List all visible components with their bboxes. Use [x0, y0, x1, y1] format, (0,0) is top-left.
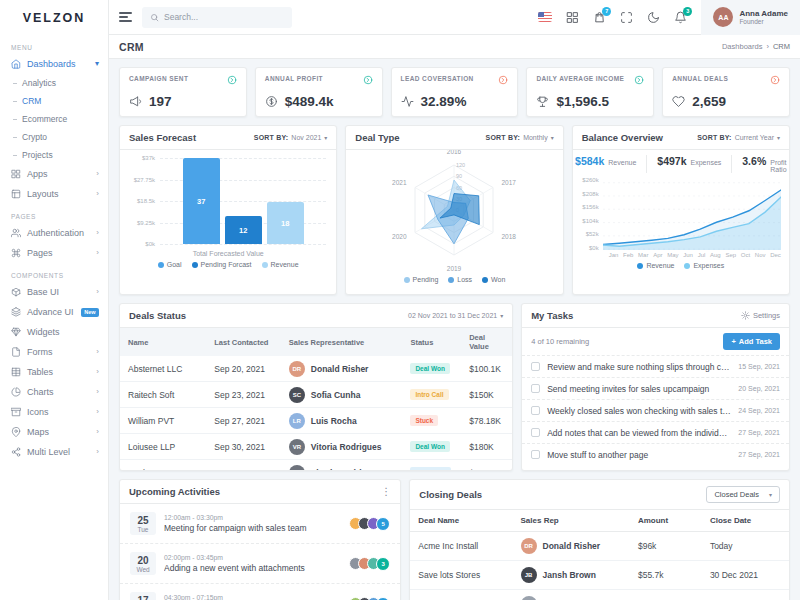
sidebar-item-maps[interactable]: Maps› — [0, 422, 108, 442]
sidebar-item-base-ui[interactable]: Base UI› — [0, 282, 108, 302]
sidebar-item-forms[interactable]: Forms› — [0, 342, 108, 362]
chevron-right-icon: › — [96, 190, 99, 198]
grid-icon — [11, 169, 21, 179]
task-item[interactable]: Move stuff to another page27 Sep, 2021 — [522, 443, 789, 465]
cart-icon[interactable]: 7 — [593, 11, 606, 24]
task-item[interactable]: Review and make sure nothing slips throu… — [522, 355, 789, 377]
add-task-button[interactable]: + Add Task — [723, 333, 780, 350]
search-box[interactable] — [142, 7, 292, 28]
tasks-list: Review and make sure nothing slips throu… — [522, 355, 789, 465]
sales-forecast-sort[interactable]: SORT BY: Nov 2021 ▾ — [254, 134, 328, 141]
column-header[interactable]: Deal Value — [461, 328, 512, 356]
column-header[interactable]: Name — [120, 328, 206, 356]
sidebar-subitem-crm[interactable]: CRM — [0, 92, 108, 110]
chevron-down-icon: ▾ — [324, 134, 327, 141]
column-header[interactable]: Close Date — [702, 510, 789, 532]
search-input[interactable] — [164, 12, 274, 22]
deal-type-sort[interactable]: SORT BY: Monthly ▾ — [486, 134, 554, 141]
y-axis-tick: $9.25k — [137, 220, 155, 226]
column-header[interactable]: Status — [402, 328, 461, 356]
kebab-menu-icon[interactable]: ⋮ — [381, 487, 391, 497]
x-axis-ticks: JanFebMarAprMayJunJulAugSepOctNovDec — [609, 252, 781, 258]
sidebar-item-apps[interactable]: Apps› — [0, 164, 108, 184]
fullscreen-icon[interactable] — [620, 11, 633, 24]
chevron-right-icon: › — [96, 348, 99, 356]
task-checkbox[interactable] — [531, 384, 540, 393]
table-row[interactable]: Save lots StoresJBJansh Brown$55.7k30 De… — [410, 561, 789, 590]
velzon-logo[interactable]: VELZON — [0, 0, 108, 35]
deals-date-range[interactable]: 02 Nov 2021 to 31 Dec 2021 ▾ — [408, 312, 503, 319]
column-header[interactable]: Last Contacted — [206, 328, 281, 356]
task-checkbox[interactable] — [531, 428, 540, 437]
sidebar-item-layouts[interactable]: Layouts› — [0, 184, 108, 204]
activity-item[interactable]: 25Tue12:00am - 03:30pmMeeting for campai… — [120, 504, 400, 544]
table-row[interactable]: William PVTAHAyaan Hudda$102k25 Nov 2021 — [410, 590, 789, 600]
date-tile: 20Wed — [130, 552, 156, 575]
breadcrumb-root[interactable]: Dashboards — [722, 42, 762, 51]
sidebar-subitem-crypto[interactable]: Crypto — [0, 128, 108, 146]
deal-name: Apple Inc. — [120, 460, 206, 472]
chevron-down-icon: ▾ — [777, 134, 780, 141]
column-header[interactable]: Deal Name — [410, 510, 512, 532]
more-count-badge: 4 — [376, 597, 390, 600]
dark-mode-icon[interactable] — [647, 11, 660, 24]
deal-name: Loiusee LLP — [120, 434, 206, 460]
balance-overview-sort[interactable]: SORT BY: Current Year ▾ — [697, 134, 780, 141]
task-checkbox[interactable] — [531, 450, 540, 459]
last-contacted: Sep 23, 2021 — [206, 382, 281, 408]
close-date: Today — [702, 532, 789, 561]
notifications-bell-icon[interactable]: 3 — [674, 11, 687, 24]
sidebar-item-icons[interactable]: Icons› — [0, 402, 108, 422]
activity-time: 04:30pm - 07:15pm — [164, 594, 341, 600]
bar-revenue[interactable]: 18 — [267, 202, 304, 244]
task-item[interactable]: Weekly closed sales won checking with sa… — [522, 399, 789, 421]
sidebar-subitem-analytics[interactable]: Analytics — [0, 74, 108, 92]
tasks-settings-button[interactable]: Settings — [741, 311, 780, 320]
table-row[interactable]: William PVTSep 27, 2021LRLuis RochaStuck… — [120, 408, 512, 434]
table-row[interactable]: Apple Inc.Sep 30, 2021VRVitoria Rodrigue… — [120, 460, 512, 472]
table-row[interactable]: Raitech SoftSep 23, 2021SCSofia CunhaInt… — [120, 382, 512, 408]
stat-card-daily-average-income: DAILY AVERAGE INCOME$1,596.5 — [526, 67, 654, 117]
sidebar-subitem-projects[interactable]: Projects — [0, 146, 108, 164]
sidebar-item-multi-level[interactable]: Multi Level› — [0, 442, 108, 462]
column-header[interactable]: Sales Representative — [281, 328, 403, 356]
task-item[interactable]: Send meeting invites for sales upcampaig… — [522, 377, 789, 399]
activity-item[interactable]: 17Wed04:30pm - 07:15pmCreate new project… — [120, 584, 400, 600]
sidebar-item-pages[interactable]: Pages› — [0, 243, 108, 263]
sidebar-item-advance-ui[interactable]: Advance UINew — [0, 302, 108, 322]
task-checkbox[interactable] — [531, 362, 540, 371]
user-profile[interactable]: AA Anna Adame Founder — [701, 0, 800, 35]
us-flag-icon[interactable] — [538, 12, 552, 22]
bar-goal[interactable]: 37 — [183, 158, 220, 244]
sales-rep: AHAyaan Hudda — [513, 590, 630, 600]
sidebar-item-authentication[interactable]: Authentication› — [0, 223, 108, 243]
y-axis-ticks: $260k$208k$156k$104k$52k$0k — [579, 177, 603, 251]
table-row[interactable]: Loiusee LLPSep 30, 2021VRVitoria Rodrigu… — [120, 434, 512, 460]
table-row[interactable]: Acme Inc InstallDRDonald Risher$96kToday — [410, 532, 789, 561]
menu-toggle-icon[interactable] — [119, 12, 132, 22]
apps-grid-icon[interactable] — [566, 11, 579, 24]
last-contacted: Sep 30, 2021 — [206, 434, 281, 460]
x-axis-label: Total Forecasted Value — [120, 250, 336, 257]
sidebar-item-widgets[interactable]: Widgets — [0, 322, 108, 342]
task-text: Weekly closed sales won checking with sa… — [547, 406, 731, 416]
sidebar-item-tables[interactable]: Tables› — [0, 362, 108, 382]
show-more-link[interactable]: Show more... — [522, 465, 789, 471]
bar-pending-forcast[interactable]: 12 — [225, 216, 262, 244]
sidebar-item-dashboards[interactable]: Dashboards▾ — [0, 54, 108, 74]
legend-item: Loss — [448, 276, 472, 283]
sidebar-item-charts[interactable]: Charts› — [0, 382, 108, 402]
task-checkbox[interactable] — [531, 406, 540, 415]
activity-title: Meeting for campaign with sales team — [164, 523, 341, 533]
activity-item[interactable]: 20Wed02:00pm - 03:45pmAdding a new event… — [120, 544, 400, 584]
deal-type-title: Deal Type — [355, 132, 399, 143]
closed-deals-select[interactable]: Closed Deals ▾ — [706, 486, 780, 503]
date-tile: 25Tue — [130, 512, 156, 535]
y-axis-tick: $18.5k — [137, 198, 155, 204]
tasks-remaining: 4 of 10 remaining — [531, 337, 589, 346]
column-header[interactable]: Amount — [630, 510, 702, 532]
column-header[interactable]: Sales Rep — [513, 510, 630, 532]
sidebar-subitem-ecommerce[interactable]: Ecommerce — [0, 110, 108, 128]
table-row[interactable]: Absternet LLCSep 20, 2021DRDonald Risher… — [120, 356, 512, 382]
task-item[interactable]: Add notes that can be viewed from the in… — [522, 421, 789, 443]
